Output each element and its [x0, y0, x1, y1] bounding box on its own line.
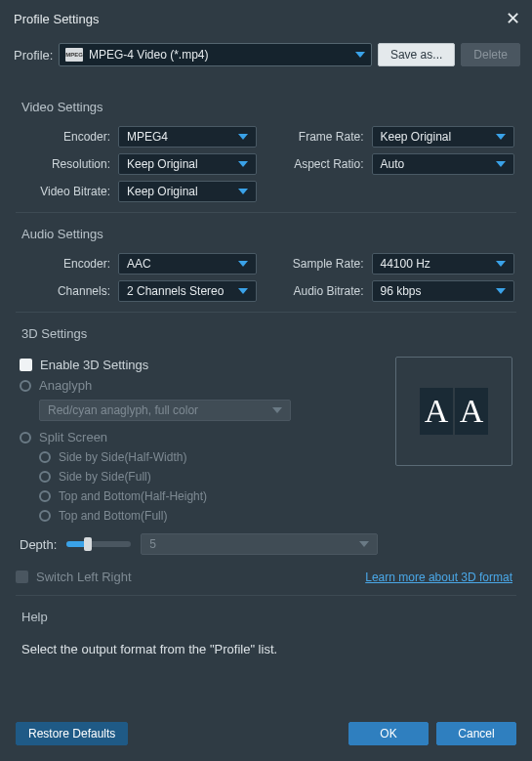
help-head: Help: [16, 595, 516, 628]
audio-bitrate-select[interactable]: 96 kbps: [372, 280, 515, 302]
save-as-button[interactable]: Save as...: [378, 43, 455, 66]
resolution-label: Resolution:: [18, 157, 110, 171]
aspect-ratio-label: Aspect Ratio:: [276, 157, 364, 171]
channels-select[interactable]: 2 Channels Stereo: [118, 280, 257, 302]
anaglyph-radio: Anaglyph: [20, 375, 378, 396]
sample-rate-label: Sample Rate:: [276, 257, 364, 271]
depth-label: Depth:: [20, 537, 57, 552]
chevron-down-icon: [238, 261, 248, 267]
anaglyph-mode-select: Red/cyan anaglyph, full color: [39, 400, 291, 421]
sample-rate-select[interactable]: 44100 Hz: [372, 253, 515, 275]
ok-button[interactable]: OK: [348, 722, 429, 745]
radio-icon: [39, 490, 51, 502]
chevron-down-icon: [355, 52, 365, 58]
video-encoder-select[interactable]: MPEG4: [118, 126, 257, 148]
enable-3d-checkbox[interactable]: Enable 3D Settings: [20, 355, 378, 375]
enable-3d-label: Enable 3D Settings: [40, 358, 148, 372]
profile-value: MPEG-4 Video (*.mp4): [89, 48, 355, 62]
split-screen-label: Split Screen: [39, 430, 107, 444]
help-text: Select the output format from the "Profi…: [16, 628, 516, 670]
chevron-down-icon: [496, 134, 506, 140]
audio-encoder-label: Encoder:: [18, 257, 110, 271]
checkbox-icon: [20, 359, 32, 371]
chevron-down-icon: [238, 288, 248, 294]
switch-lr-checkbox: Switch Left Right: [16, 567, 132, 587]
anaglyph-label: Anaglyph: [39, 378, 92, 393]
video-encoder-label: Encoder:: [18, 130, 110, 144]
switch-lr-label: Switch Left Right: [36, 570, 132, 584]
sbs-full-radio: Side by Side(Full): [39, 467, 378, 486]
chevron-down-icon: [238, 134, 248, 140]
split-screen-radio: Split Screen: [20, 427, 378, 447]
mpeg-icon: MPEG: [65, 48, 83, 62]
chevron-down-icon: [496, 288, 506, 294]
resolution-select[interactable]: Keep Original: [118, 153, 257, 175]
audio-settings-head: Audio Settings: [16, 212, 516, 245]
chevron-down-icon: [496, 261, 506, 267]
sbs-half-radio: Side by Side(Half-Width): [39, 447, 378, 467]
3d-preview: A A: [395, 357, 512, 466]
restore-defaults-button[interactable]: Restore Defaults: [16, 722, 128, 745]
chevron-down-icon: [359, 541, 369, 547]
channels-label: Channels:: [18, 284, 110, 298]
radio-icon: [20, 432, 31, 444]
dialog-title: Profile Settings: [14, 12, 99, 26]
preview-glyph-right: A: [455, 388, 488, 435]
chevron-down-icon: [238, 189, 248, 194]
depth-slider[interactable]: [66, 541, 131, 547]
radio-icon: [39, 451, 51, 463]
learn-more-link[interactable]: Learn more about 3D format: [365, 571, 512, 584]
audio-encoder-select[interactable]: AAC: [118, 253, 257, 275]
delete-button: Delete: [461, 43, 520, 66]
video-settings-head: Video Settings: [16, 86, 516, 118]
aspect-ratio-select[interactable]: Auto: [372, 153, 515, 175]
profile-select[interactable]: MPEG MPEG-4 Video (*.mp4): [59, 43, 372, 66]
close-icon[interactable]: ✕: [506, 8, 520, 29]
tab-half-radio: Top and Bottom(Half-Height): [39, 486, 378, 506]
video-bitrate-label: Video Bitrate:: [18, 185, 110, 198]
tab-full-radio: Top and Bottom(Full): [39, 506, 378, 526]
slider-thumb[interactable]: [84, 537, 92, 551]
radio-icon: [20, 380, 31, 392]
3d-settings-head: 3D Settings: [16, 312, 516, 345]
chevron-down-icon: [272, 407, 282, 413]
radio-icon: [39, 471, 51, 483]
chevron-down-icon: [238, 161, 248, 167]
checkbox-icon: [16, 571, 28, 583]
audio-bitrate-label: Audio Bitrate:: [276, 284, 364, 298]
frame-rate-select[interactable]: Keep Original: [372, 126, 515, 148]
profile-label: Profile:: [14, 48, 53, 63]
frame-rate-label: Frame Rate:: [276, 130, 364, 144]
chevron-down-icon: [496, 161, 506, 167]
preview-glyph-left: A: [420, 388, 453, 435]
video-bitrate-select[interactable]: Keep Original: [118, 181, 257, 202]
depth-value-select: 5: [141, 533, 378, 555]
cancel-button[interactable]: Cancel: [436, 722, 516, 745]
radio-icon: [39, 510, 51, 522]
